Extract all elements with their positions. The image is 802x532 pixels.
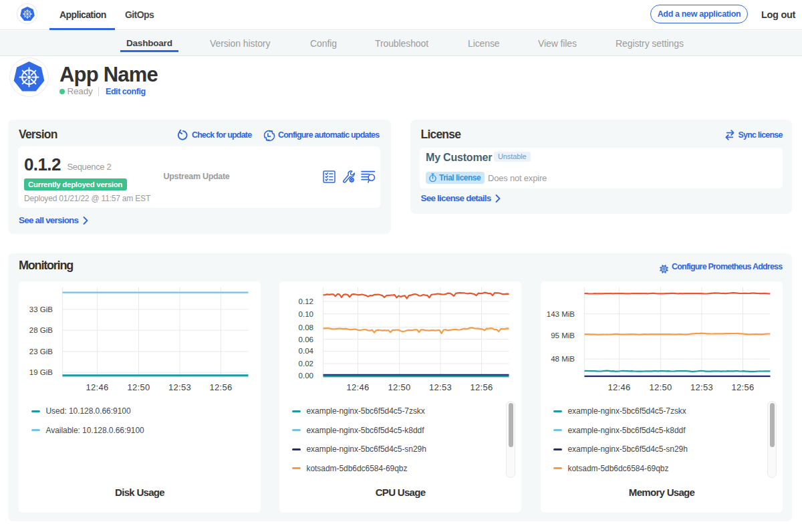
svg-text:12:53: 12:53 <box>429 382 452 392</box>
svg-text:12:46: 12:46 <box>347 382 370 392</box>
svg-text:12:46: 12:46 <box>608 382 631 392</box>
svg-text:0.10: 0.10 <box>299 310 313 318</box>
svg-text:0.04: 0.04 <box>299 347 314 355</box>
svg-text:0.00: 0.00 <box>299 372 313 380</box>
svg-text:0.02: 0.02 <box>299 360 313 368</box>
svg-text:12:46: 12:46 <box>86 382 109 392</box>
svg-text:0.08: 0.08 <box>299 323 313 331</box>
svg-text:12:50: 12:50 <box>388 382 411 392</box>
svg-text:23 GiB: 23 GiB <box>29 348 53 356</box>
svg-text:143 MiB: 143 MiB <box>547 310 575 318</box>
svg-text:19 GiB: 19 GiB <box>29 368 53 376</box>
svg-text:12:56: 12:56 <box>471 382 493 392</box>
svg-text:0.12: 0.12 <box>299 297 313 305</box>
svg-text:33 GiB: 33 GiB <box>29 305 53 313</box>
svg-text:28 GiB: 28 GiB <box>29 326 53 334</box>
svg-text:12:53: 12:53 <box>168 382 191 392</box>
svg-text:95 MiB: 95 MiB <box>551 331 575 340</box>
svg-text:12:53: 12:53 <box>690 382 713 392</box>
svg-text:12:50: 12:50 <box>650 382 672 392</box>
svg-text:48 MiB: 48 MiB <box>551 355 575 363</box>
svg-text:0.06: 0.06 <box>299 336 313 344</box>
svg-text:12:56: 12:56 <box>210 382 233 392</box>
svg-text:12:50: 12:50 <box>128 382 150 392</box>
svg-text:12:56: 12:56 <box>732 382 755 392</box>
